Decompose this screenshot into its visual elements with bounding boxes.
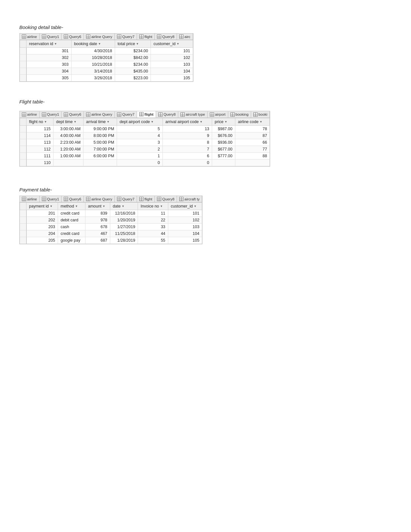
table-row: 301 4/30/2018 $234.00 101 [20, 48, 193, 54]
table-icon [64, 112, 68, 117]
payment-tab-query6[interactable]: Query6 [62, 196, 84, 202]
booking-tab-query1[interactable]: Query1 [40, 34, 62, 40]
booking-table-wrapper: airline Query1 Query6 airline Query Quer… [19, 33, 193, 82]
payment-tab-airline[interactable]: airline [20, 196, 40, 202]
flight-table-wrapper: airline Query1 Query6 airline Query Quer… [19, 111, 270, 167]
table-row: 115 3:00:00 AM 9:00:00 PM 5 13 $987.00 7… [20, 126, 270, 132]
flight-tab-bar: airline Query1 Query6 airline Query Quer… [20, 111, 270, 118]
table-row: 202 debit card 978 1/20/2019 22 102 [20, 217, 202, 224]
table-row: 204 credit card 467 11/25/2018 44 104 [20, 230, 202, 237]
payment-table-wrapper: airline Query1 Query6 airline Query Quer… [19, 196, 202, 244]
table-icon [117, 112, 121, 117]
flight-col-arrivalairport[interactable]: arrival airport code ▼ [162, 118, 212, 126]
table-row: 111 1:00:00 AM 6:00:00 PM 1 6 $777.00 88 [20, 153, 270, 160]
flight-col-flightno[interactable]: flight no ▼ [26, 118, 54, 126]
booking-data-table: reservation id ▼ booking date ▼ total pr… [20, 40, 193, 82]
payment-col-method[interactable]: method ▼ [58, 203, 85, 210]
booking-tab-flight[interactable]: flight [137, 34, 155, 40]
booking-col-total-price[interactable]: total price ▼ [115, 40, 151, 48]
flight-col-airlinecode[interactable]: airline code ▼ [235, 118, 269, 126]
table-icon [139, 197, 143, 201]
payment-data-table: payment id ▼ method ▼ amount ▼ [20, 202, 202, 244]
payment-col-customerid[interactable]: customer_id ▼ [168, 203, 202, 210]
booking-col-reservation-id[interactable]: reservation id ▼ [26, 40, 72, 48]
table-icon [64, 197, 68, 201]
payment-col-date[interactable]: date ▼ [110, 203, 138, 210]
flight-tab-query6[interactable]: Query6 [62, 111, 84, 118]
payment-tab-aircraft-ty[interactable]: aircraft ty [177, 196, 202, 202]
booking-section-title: Booking detail table- [19, 24, 392, 30]
flight-tab-airline-query[interactable]: airline Query [84, 111, 115, 118]
table-icon [64, 34, 68, 39]
table-row: 203 cash 678 1/27/2019 33 103 [20, 224, 202, 230]
table-icon [42, 34, 46, 39]
flight-tab-query7[interactable]: Query7 [115, 111, 137, 118]
table-row: 112 1:20:00 AM 7:00:00 PM 2 7 $677.00 77 [20, 146, 270, 153]
table-icon [179, 197, 183, 201]
payment-col-amount[interactable]: amount ▼ [85, 203, 110, 210]
payment-tab-query1[interactable]: Query1 [40, 196, 62, 202]
table-icon [22, 197, 26, 201]
flight-col-deptairport[interactable]: dept airport code ▼ [117, 118, 163, 126]
table-icon [22, 34, 26, 39]
table-icon [157, 34, 161, 39]
table-row: 205 google pay 687 1/28/2019 55 105 [20, 237, 202, 244]
booking-tab-query6[interactable]: Query6 [62, 34, 84, 40]
flight-tab-booki[interactable]: booki [251, 111, 270, 118]
flight-tab-query8[interactable]: Query8 [156, 111, 178, 118]
flight-tab-airline[interactable]: airline [20, 111, 40, 118]
table-icon [181, 112, 185, 117]
payment-tab-bar: airline Query1 Query6 airline Query Quer… [20, 196, 202, 202]
booking-tab-airc[interactable]: airc [177, 34, 193, 40]
table-icon [42, 112, 46, 117]
booking-col-rownum [20, 40, 26, 48]
table-row: 113 2:23:00 AM 5:00:00 PM 3 8 $936.00 66 [20, 139, 270, 146]
flight-tab-aircraft-type[interactable]: aircraft type [178, 111, 208, 118]
table-icon [139, 34, 143, 39]
payment-tab-query7[interactable]: Query7 [115, 196, 137, 202]
booking-tab-bar: airline Query1 Query6 airline Query Quer… [20, 34, 193, 40]
table-icon [86, 34, 90, 39]
table-icon [117, 34, 121, 39]
payment-col-rownum [20, 203, 26, 210]
table-icon [179, 34, 183, 39]
payment-tab-flight[interactable]: flight [137, 196, 155, 202]
table-row: 303 10/21/2018 $234.00 103 [20, 61, 193, 68]
table-icon [22, 112, 26, 117]
table-icon [86, 112, 90, 117]
table-icon [253, 112, 258, 117]
table-icon [158, 112, 162, 117]
table-icon [230, 112, 235, 117]
payment-tab-query8[interactable]: Query8 [155, 196, 177, 202]
flight-tab-flight[interactable]: flight [137, 111, 156, 118]
flight-col-price[interactable]: price ▼ [212, 118, 235, 126]
booking-tab-query7[interactable]: Query7 [115, 34, 137, 40]
table-row: 201 credit card 839 12/16/2018 11 101 [20, 210, 202, 217]
payment-col-paymentid[interactable]: payment id ▼ [26, 203, 58, 210]
flight-tab-booking[interactable]: booking [228, 111, 251, 118]
table-icon [157, 197, 161, 201]
payment-col-invoiceno[interactable]: Invoice no ▼ [138, 203, 168, 210]
table-row: 110 0 0 [20, 160, 270, 166]
booking-col-customer-id[interactable]: customer_id ▼ [151, 40, 193, 48]
flight-tab-query1[interactable]: Query1 [40, 111, 62, 118]
booking-tab-airline-query[interactable]: airline Query [84, 34, 115, 40]
booking-tab-airline[interactable]: airline [20, 34, 40, 40]
table-row: 302 10/28/2018 $842.00 102 [20, 54, 193, 61]
flight-col-arrivaltime[interactable]: arrival time ▼ [83, 118, 117, 126]
table-icon [86, 197, 90, 201]
table-icon [139, 112, 143, 116]
flight-tab-airport[interactable]: airport [208, 111, 228, 118]
booking-col-booking-date[interactable]: booking date ▼ [71, 40, 115, 48]
table-row: 305 3/26/2018 $223.00 105 [20, 75, 193, 82]
table-icon [42, 197, 46, 201]
flight-data-table: flight no ▼ dept time ▼ arrival time ▼ [20, 118, 270, 166]
payment-section-title: Payment table- [19, 187, 392, 192]
table-row: 114 4:00:00 AM 8:00:00 PM 4 9 $676.00 87 [20, 132, 270, 139]
table-icon [117, 197, 121, 201]
flight-col-depttime[interactable]: dept time ▼ [54, 118, 83, 126]
table-row: 304 3/14/2018 $435.00 104 [20, 68, 193, 75]
payment-tab-airline-query[interactable]: airline Query [84, 196, 115, 202]
table-icon [210, 112, 214, 117]
booking-tab-query8[interactable]: Query8 [155, 34, 177, 40]
